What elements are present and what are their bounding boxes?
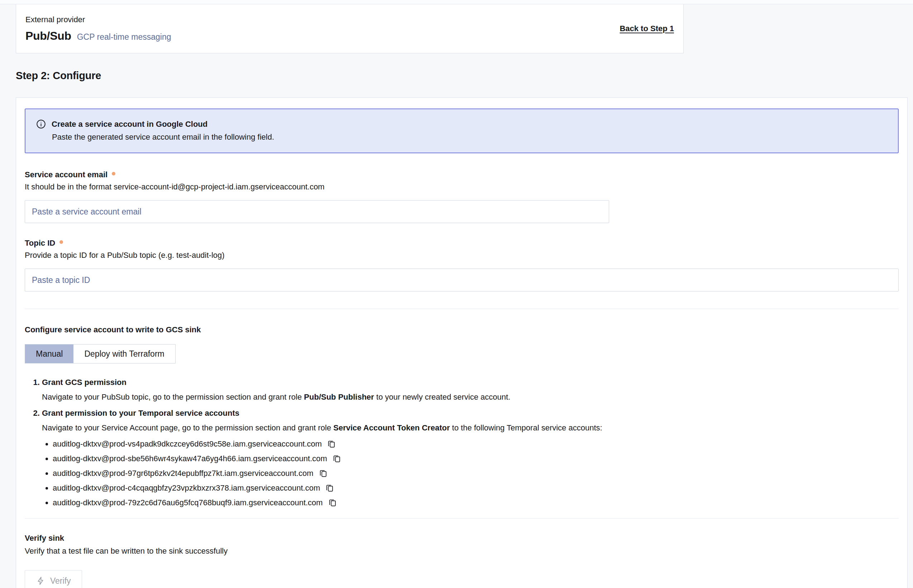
- provider-description: GCP real-time messaging: [77, 32, 171, 42]
- copy-icon[interactable]: [325, 483, 334, 493]
- section-divider: [25, 518, 898, 519]
- configure-section-heading: Configure service account to write to GC…: [25, 325, 898, 334]
- info-alert-body: Paste the generated service account emai…: [52, 132, 887, 142]
- step-title: Grant GCS permission: [42, 378, 126, 387]
- provider-summary-card: External provider Pub/Sub GCP real-time …: [16, 4, 684, 53]
- copy-icon[interactable]: [332, 454, 342, 464]
- configure-card: Create a service account in Google Cloud…: [16, 97, 908, 588]
- service-account-item: auditlog-dktxv@prod-c4cqaqgbfzy23vpzkbxz…: [53, 483, 898, 493]
- service-account-email: auditlog-dktxv@prod-sbe56h6wr4sykaw47a6y…: [53, 454, 327, 464]
- info-alert: Create a service account in Google Cloud…: [25, 108, 898, 153]
- copy-icon[interactable]: [327, 439, 336, 449]
- service-account-email-helper: It should be in the format service-accou…: [25, 182, 898, 192]
- external-provider-label: External provider: [26, 15, 171, 24]
- step-title: Grant permission to your Temporal servic…: [42, 409, 240, 418]
- verify-button[interactable]: Verify: [25, 570, 82, 588]
- step-body-text: Navigate to your Service Account page, g…: [42, 423, 333, 432]
- temporal-service-accounts-list: auditlog-dktxv@prod-vs4padk9dkczcey6d6st…: [42, 439, 898, 507]
- zap-icon: [36, 576, 45, 585]
- copy-icon[interactable]: [328, 498, 337, 507]
- verify-sink-description: Verify that a test file can be written t…: [25, 546, 898, 556]
- section-divider: [25, 309, 898, 309]
- service-account-email: auditlog-dktxv@prod-97gr6tp6zkv2t4epubff…: [53, 469, 314, 478]
- deploy-method-tabs: Manual Deploy with Terraform: [25, 344, 176, 363]
- topic-id-label: Topic ID: [25, 239, 55, 248]
- service-account-email-label: Service account email: [25, 170, 107, 179]
- service-account-item: auditlog-dktxv@prod-79z2c6d76au6g5fcq768…: [53, 498, 898, 507]
- step-body-role: Pub/Sub Publisher: [304, 393, 374, 401]
- topic-id-helper: Provide a topic ID for a Pub/Sub topic (…: [25, 251, 898, 260]
- back-to-step1-link[interactable]: Back to Step 1: [620, 24, 674, 33]
- provider-name: Pub/Sub: [26, 29, 71, 43]
- step-body-text: to the following Temporal service accoun…: [450, 423, 602, 432]
- step-body: Navigate to your Service Account page, g…: [42, 422, 898, 434]
- step-body: Navigate to your PubSub topic, go to the…: [42, 391, 898, 403]
- service-account-item: auditlog-dktxv@prod-sbe56h6wr4sykaw47a6y…: [53, 454, 898, 464]
- tab-deploy-with-terraform[interactable]: Deploy with Terraform: [73, 344, 175, 363]
- provider-info: External provider Pub/Sub GCP real-time …: [26, 15, 171, 43]
- tab-manual[interactable]: Manual: [25, 344, 73, 363]
- info-alert-title: Create a service account in Google Cloud: [52, 120, 207, 129]
- step-item-grant-gcs-permission: Grant GCS permission Navigate to your Pu…: [42, 378, 898, 403]
- step-body-role: Service Account Token Creator: [333, 423, 450, 432]
- topic-id-input[interactable]: [25, 268, 898, 291]
- info-circle-icon: [36, 119, 46, 129]
- service-account-email-input[interactable]: [25, 200, 609, 223]
- service-account-item: auditlog-dktxv@prod-97gr6tp6zkv2t4epubff…: [53, 469, 898, 478]
- page-title: Step 2: Configure: [16, 70, 913, 82]
- required-indicator-dot: [112, 172, 115, 176]
- step-body-text: to your newly created service account.: [374, 393, 510, 401]
- step-body-text: Navigate to your PubSub topic, go to the…: [42, 393, 304, 401]
- required-indicator-dot: [60, 240, 63, 244]
- verify-sink-heading: Verify sink: [25, 533, 898, 543]
- step-item-grant-temporal-permission: Grant permission to your Temporal servic…: [42, 409, 898, 507]
- page-top-divider: [0, 0, 913, 4]
- service-account-item: auditlog-dktxv@prod-vs4padk9dkczcey6d6st…: [53, 439, 898, 449]
- service-account-email: auditlog-dktxv@prod-c4cqaqgbfzy23vpzkbxz…: [53, 483, 320, 493]
- service-account-email: auditlog-dktxv@prod-79z2c6d76au6g5fcq768…: [53, 498, 323, 507]
- copy-icon[interactable]: [319, 469, 328, 478]
- verify-button-label: Verify: [50, 576, 71, 586]
- service-account-email: auditlog-dktxv@prod-vs4padk9dkczcey6d6st…: [53, 439, 322, 449]
- manual-steps-list: Grant GCS permission Navigate to your Pu…: [25, 378, 898, 507]
